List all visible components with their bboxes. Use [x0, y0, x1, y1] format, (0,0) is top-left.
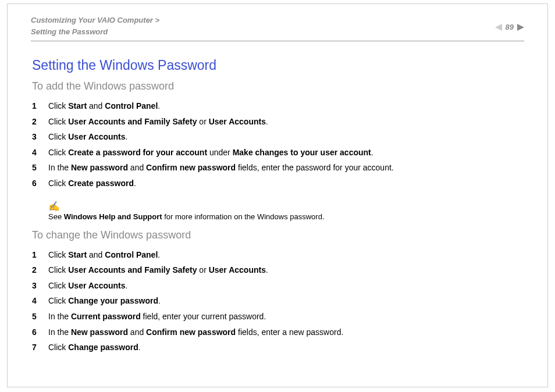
list-item: 7Click Change password.	[32, 340, 524, 355]
breadcrumb-line2: Setting the Password	[31, 27, 108, 36]
step-text: In the New password and Confirm new pass…	[48, 325, 343, 340]
note-block: ✍ See Windows Help and Support for more …	[32, 201, 524, 221]
section2-heading: To change the Windows password	[32, 229, 524, 241]
step-number: 7	[32, 340, 48, 355]
step-text: Click Start and Control Panel.	[48, 247, 160, 263]
prev-page-arrow-icon[interactable]	[495, 24, 502, 31]
breadcrumb-line1: Customizing Your VAIO Computer >	[31, 16, 159, 24]
page-nav: 89	[495, 15, 524, 31]
list-item: 4Click Change your password.	[32, 293, 524, 309]
page-content: Setting the Windows Password To add the …	[31, 58, 524, 355]
section2-steps: 1Click Start and Control Panel.2Click Us…	[32, 247, 524, 355]
step-text: Click User Accounts and Family Safety or…	[48, 114, 268, 130]
step-number: 6	[32, 325, 48, 340]
section1-heading: To add the Windows password	[32, 80, 524, 92]
breadcrumb: Customizing Your VAIO Computer > Setting…	[31, 15, 159, 37]
list-item: 5In the New password and Confirm new pas…	[32, 160, 524, 176]
list-item: 3Click User Accounts.	[32, 129, 524, 145]
page-title: Setting the Windows Password	[32, 58, 524, 73]
step-text: Click Change your password.	[48, 293, 161, 309]
step-number: 5	[32, 309, 48, 325]
note-text: See Windows Help and Support for more in…	[48, 212, 325, 221]
step-text: Click Create a password for your account…	[48, 145, 373, 161]
step-text: Click User Accounts.	[48, 129, 127, 145]
note-pencil-icon: ✍	[48, 201, 524, 212]
step-text: Click Start and Control Panel.	[48, 98, 160, 114]
step-number: 2	[32, 114, 48, 130]
list-item: 3Click User Accounts.	[32, 278, 524, 294]
step-number: 5	[32, 160, 48, 176]
step-number: 2	[32, 262, 48, 278]
document-page: Customizing Your VAIO Computer > Setting…	[7, 3, 548, 387]
step-number: 4	[32, 293, 48, 309]
page-header: Customizing Your VAIO Computer > Setting…	[31, 15, 524, 41]
step-number: 4	[32, 145, 48, 161]
step-text: Click Change password.	[48, 340, 141, 355]
list-item: 5In the Current password field, enter yo…	[32, 309, 524, 325]
list-item: 2Click User Accounts and Family Safety o…	[32, 262, 524, 278]
step-text: Click User Accounts.	[48, 278, 127, 294]
list-item: 6Click Create password.	[32, 176, 524, 191]
step-number: 6	[32, 176, 48, 191]
step-number: 3	[32, 278, 48, 294]
list-item: 4Click Create a password for your accoun…	[32, 145, 524, 161]
list-item: 6In the New password and Confirm new pas…	[32, 325, 524, 340]
step-text: In the Current password field, enter you…	[48, 309, 266, 325]
next-page-arrow-icon[interactable]	[517, 24, 524, 31]
step-text: In the New password and Confirm new pass…	[48, 160, 394, 176]
step-text: Click Create password.	[48, 176, 136, 191]
step-number: 1	[32, 247, 48, 263]
list-item: 2Click User Accounts and Family Safety o…	[32, 114, 524, 130]
section1-steps: 1Click Start and Control Panel.2Click Us…	[32, 98, 524, 191]
step-text: Click User Accounts and Family Safety or…	[48, 262, 268, 278]
list-item: 1Click Start and Control Panel.	[32, 98, 524, 114]
page-number: 89	[506, 23, 514, 31]
step-number: 3	[32, 129, 48, 145]
step-number: 1	[32, 98, 48, 114]
list-item: 1Click Start and Control Panel.	[32, 247, 524, 263]
